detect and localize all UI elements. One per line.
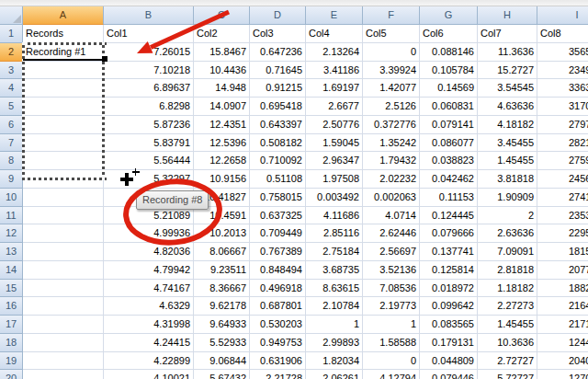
cell-A8[interactable] bbox=[23, 152, 104, 170]
cell-F20[interactable]: 4.12794 bbox=[363, 370, 420, 379]
cell-E12[interactable]: 2.85116 bbox=[306, 224, 363, 243]
cell-D10[interactable]: 0.758015 bbox=[250, 189, 306, 207]
cell-B9[interactable]: 5.32297 bbox=[104, 170, 194, 189]
cell-C4[interactable]: 14.948 bbox=[194, 79, 250, 98]
cell-B18[interactable]: 4.24415 bbox=[104, 334, 194, 352]
cell-C9[interactable]: 10.9156 bbox=[194, 170, 250, 189]
cell-G17[interactable]: 0.083565 bbox=[420, 316, 478, 334]
cell-D7[interactable]: 0.508182 bbox=[250, 134, 306, 153]
cell-D5[interactable]: 0.695418 bbox=[250, 98, 306, 116]
cell-E6[interactable]: 2.50776 bbox=[306, 116, 363, 134]
cell-A5[interactable] bbox=[23, 98, 104, 116]
cell-E4[interactable]: 1.69197 bbox=[306, 79, 363, 98]
cell-A12[interactable] bbox=[23, 224, 104, 243]
cell-D3[interactable]: 0.71645 bbox=[250, 62, 306, 80]
row-header-20[interactable]: 20 bbox=[0, 370, 23, 379]
row-header-11[interactable]: 11 bbox=[0, 207, 23, 225]
cell-I16[interactable]: 2164 bbox=[537, 297, 588, 316]
cell-A9[interactable] bbox=[23, 170, 104, 189]
cell-G13[interactable]: 0.137741 bbox=[420, 243, 478, 261]
cell-B13[interactable]: 4.82036 bbox=[104, 243, 194, 261]
cell-G18[interactable]: 0.179131 bbox=[420, 334, 478, 352]
cell-A4[interactable] bbox=[23, 79, 104, 98]
cell-G8[interactable]: 0.038823 bbox=[420, 152, 478, 170]
row-header-7[interactable]: 7 bbox=[0, 134, 23, 153]
row-header-13[interactable]: 13 bbox=[0, 243, 23, 261]
cell-A11[interactable] bbox=[23, 207, 104, 225]
cell-D17[interactable]: 0.530203 bbox=[250, 316, 306, 334]
cell-E7[interactable]: 1.59045 bbox=[306, 134, 363, 153]
cell-F3[interactable]: 3.39924 bbox=[363, 62, 420, 80]
cell-I6[interactable]: 2797 bbox=[537, 116, 588, 134]
cell-H11[interactable]: 2 bbox=[478, 207, 537, 225]
cell-B14[interactable]: 4.79942 bbox=[104, 261, 194, 280]
row-header-5[interactable]: 5 bbox=[0, 98, 23, 116]
cell-D13[interactable]: 0.767389 bbox=[250, 243, 306, 261]
cell-G7[interactable]: 0.086077 bbox=[420, 134, 478, 153]
column-header-B[interactable]: B bbox=[104, 6, 194, 25]
cell-E18[interactable]: 2.99893 bbox=[306, 334, 363, 352]
cell-G14[interactable]: 0.125814 bbox=[420, 261, 478, 280]
cell-A15[interactable] bbox=[23, 280, 104, 298]
cell-D8[interactable]: 0.710092 bbox=[250, 152, 306, 170]
cell-C18[interactable]: 5.52933 bbox=[194, 334, 250, 352]
row-header-8[interactable]: 8 bbox=[0, 152, 23, 170]
cell-C16[interactable]: 9.62178 bbox=[194, 297, 250, 316]
cell-G12[interactable]: 0.079666 bbox=[420, 224, 478, 243]
cell-E1[interactable]: Col4 bbox=[306, 25, 363, 43]
cell-C15[interactable]: 8.36667 bbox=[194, 280, 250, 298]
cell-I3[interactable]: 2349 bbox=[537, 62, 588, 80]
cell-I8[interactable]: 2759 bbox=[537, 152, 588, 170]
row-header-16[interactable]: 16 bbox=[0, 297, 23, 316]
cell-F12[interactable]: 2.62446 bbox=[363, 224, 420, 243]
cell-B16[interactable]: 4.6329 bbox=[104, 297, 194, 316]
cell-C6[interactable]: 12.4351 bbox=[194, 116, 250, 134]
cell-I18[interactable]: 1244 bbox=[537, 334, 588, 352]
cell-D9[interactable]: 0.51108 bbox=[250, 170, 306, 189]
row-header-14[interactable]: 14 bbox=[0, 261, 23, 280]
cell-H20[interactable]: 5.72727 bbox=[478, 370, 537, 379]
cell-H8[interactable]: 1.45455 bbox=[478, 152, 537, 170]
row-header-9[interactable]: 9 bbox=[0, 170, 23, 189]
cell-E5[interactable]: 2.6677 bbox=[306, 98, 363, 116]
cell-A7[interactable] bbox=[23, 134, 104, 153]
column-header-H[interactable]: H bbox=[478, 6, 537, 25]
cell-F13[interactable]: 2.56697 bbox=[363, 243, 420, 261]
cell-F8[interactable]: 1.79432 bbox=[363, 152, 420, 170]
cell-A1[interactable]: Records bbox=[23, 25, 104, 43]
cell-H2[interactable]: 11.3636 bbox=[478, 43, 537, 62]
cell-F19[interactable]: 0 bbox=[363, 352, 420, 371]
row-header-2[interactable]: 2 bbox=[0, 43, 23, 62]
cell-H17[interactable]: 1.45455 bbox=[478, 316, 537, 334]
row-header-1[interactable]: 1 bbox=[0, 25, 23, 43]
cell-H12[interactable]: 2.63636 bbox=[478, 224, 537, 243]
cell-A13[interactable] bbox=[23, 243, 104, 261]
cell-I5[interactable]: 3170 bbox=[537, 98, 588, 116]
cell-D19[interactable]: 0.631906 bbox=[250, 352, 306, 371]
row-header-15[interactable]: 15 bbox=[0, 280, 23, 298]
row-header-6[interactable]: 6 bbox=[0, 116, 23, 134]
cell-E3[interactable]: 3.41186 bbox=[306, 62, 363, 80]
cell-F18[interactable]: 1.58588 bbox=[363, 334, 420, 352]
column-header-C[interactable]: C bbox=[194, 6, 250, 25]
cell-A3[interactable] bbox=[23, 62, 104, 80]
cell-C7[interactable]: 12.5396 bbox=[194, 134, 250, 153]
cell-G16[interactable]: 0.099642 bbox=[420, 297, 478, 316]
cell-I7[interactable]: 2821 bbox=[537, 134, 588, 153]
cell-E11[interactable]: 4.11686 bbox=[306, 207, 363, 225]
cell-E10[interactable]: 0.003492 bbox=[306, 189, 363, 207]
cell-H1[interactable]: Col7 bbox=[478, 25, 537, 43]
cell-I14[interactable]: 2077 bbox=[537, 261, 588, 280]
cell-G5[interactable]: 0.060831 bbox=[420, 98, 478, 116]
column-header-E[interactable]: E bbox=[306, 6, 363, 25]
cell-A18[interactable] bbox=[23, 334, 104, 352]
cell-E8[interactable]: 2.96347 bbox=[306, 152, 363, 170]
cell-G3[interactable]: 0.105784 bbox=[420, 62, 478, 80]
cell-F2[interactable]: 0 bbox=[363, 43, 420, 62]
cell-D1[interactable]: Col3 bbox=[250, 25, 306, 43]
cell-H6[interactable]: 4.18182 bbox=[478, 116, 537, 134]
cell-G19[interactable]: 0.044809 bbox=[420, 352, 478, 371]
cell-B3[interactable]: 7.10218 bbox=[104, 62, 194, 80]
row-header-17[interactable]: 17 bbox=[0, 316, 23, 334]
cell-D12[interactable]: 0.709449 bbox=[250, 224, 306, 243]
